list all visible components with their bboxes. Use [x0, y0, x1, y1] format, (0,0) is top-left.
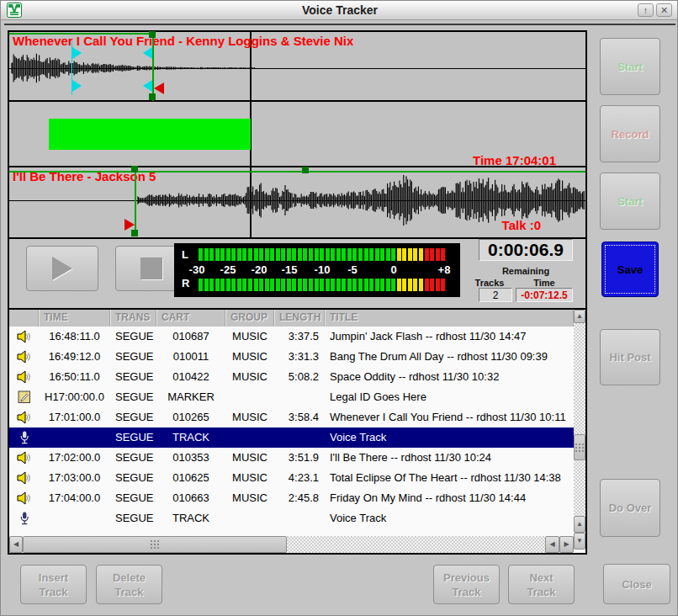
- row-length: 2:45.8: [274, 488, 325, 508]
- row-time: 17:01:00.0: [39, 407, 110, 427]
- delete-track-button[interactable]: Delete Track: [96, 565, 162, 604]
- start-track1-button[interactable]: Start: [600, 38, 660, 95]
- meter-segment: [303, 279, 307, 291]
- meter-segment: [380, 248, 384, 261]
- horizontal-scrollbar[interactable]: ◀ ◀ ▶: [9, 536, 574, 553]
- marker-handle[interactable]: [131, 166, 138, 173]
- row-trans: SEGUE: [110, 347, 156, 367]
- start-track2-button[interactable]: Start: [600, 173, 660, 230]
- table-row[interactable]: 17:04:00.0 SEGUE 010663 MUSIC 2:45.8 Fri…: [9, 488, 574, 508]
- scroll-left-button[interactable]: ◀: [9, 536, 23, 553]
- horizontal-scroll-thumb[interactable]: [23, 536, 287, 553]
- column-header[interactable]: GROUP: [225, 310, 274, 327]
- save-button[interactable]: Save: [601, 242, 659, 297]
- voice-track-region[interactable]: [49, 119, 251, 150]
- row-group: MUSIC: [225, 488, 274, 508]
- marker-handle[interactable]: [149, 93, 156, 100]
- speaker-icon: [17, 350, 31, 364]
- fade-handle[interactable]: [143, 47, 152, 59]
- table-row[interactable]: 17:02:00.0 SEGUE 010353 MUSIC 3:51.9 I'l…: [9, 448, 574, 468]
- vertical-scroll-thumb[interactable]: [574, 434, 585, 460]
- close-window-button[interactable]: ✕: [656, 3, 672, 17]
- row-time: 17:04:00.0: [39, 488, 110, 508]
- insert-track-button[interactable]: Insert Track: [20, 565, 87, 604]
- meter-segment: [364, 279, 368, 291]
- row-cart: MARKER: [156, 387, 225, 407]
- row-type-icon: [9, 468, 39, 488]
- row-group: [225, 387, 274, 407]
- scroll-up-button[interactable]: ▲: [574, 310, 585, 323]
- row-title: Whenever I Call You Friend -- rdhost 11/…: [325, 407, 574, 427]
- scroll-right-button[interactable]: ▶: [559, 536, 574, 553]
- meter-segment: [386, 279, 390, 291]
- table-row[interactable]: 16:49:12.0 SEGUE 010011 MUSIC 3:31.3 Ban…: [9, 347, 574, 367]
- row-cart: 010422: [156, 367, 225, 387]
- row-cart: 010011: [156, 347, 225, 367]
- segue-marker[interactable]: [124, 219, 135, 231]
- close-button[interactable]: Close: [603, 564, 670, 604]
- table-row[interactable]: 17:01:00.0 SEGUE 010265 MUSIC 3:58.4 Whe…: [9, 407, 574, 427]
- table-row[interactable]: SEGUE TRACK Voice Track: [9, 508, 574, 528]
- fade-handle[interactable]: [143, 80, 152, 92]
- voice-tracker-window: Voice Tracker ↑ ✕ Whenever I Call You Fr…: [0, 0, 678, 616]
- meter-scale-label: -30: [189, 263, 205, 276]
- meter-segment: [315, 248, 319, 261]
- column-header[interactable]: CART: [156, 310, 225, 327]
- track1-start-line: [9, 33, 152, 35]
- marker-handle[interactable]: [149, 31, 156, 38]
- column-header[interactable]: TIME: [39, 310, 110, 327]
- column-header[interactable]: [9, 310, 39, 327]
- row-cart: 010687: [156, 327, 225, 347]
- meter-segment: [226, 279, 230, 291]
- table-row[interactable]: 16:48:11.0 SEGUE 010687 MUSIC 3:37.5 Jum…: [9, 327, 574, 347]
- meter-scale-label: -25: [220, 263, 236, 276]
- do-over-button[interactable]: Do Over: [600, 479, 660, 537]
- meter-segment: [425, 248, 429, 261]
- talk-readout: Talk :0: [396, 218, 541, 232]
- fade-handle[interactable]: [72, 47, 82, 59]
- meter-segment: [298, 279, 302, 291]
- marker-handle[interactable]: [302, 167, 309, 173]
- scroll-up-button-2[interactable]: ▲: [574, 516, 585, 533]
- meter-segment: [347, 248, 352, 261]
- record-button[interactable]: Record: [600, 105, 660, 162]
- row-length: [274, 387, 325, 407]
- meter-segment: [226, 248, 230, 261]
- column-header[interactable]: TITLE: [325, 310, 574, 327]
- previous-track-button[interactable]: Previous Track: [433, 565, 500, 604]
- meter-segment: [358, 279, 363, 291]
- row-trans: SEGUE: [110, 367, 156, 387]
- hit-post-button[interactable]: Hit Post: [600, 329, 660, 385]
- next-track-button[interactable]: Next Track: [508, 565, 575, 604]
- stop-icon: [140, 258, 162, 279]
- table-row[interactable]: H17:00:00.0 SEGUE MARKER Legal ID Goes H…: [9, 387, 574, 407]
- row-type-icon: [9, 387, 39, 407]
- fade-handle[interactable]: [72, 80, 82, 92]
- table-row[interactable]: 17:03:00.0 SEGUE 010625 MUSIC 4:23.1 Tot…: [9, 468, 574, 488]
- track2-start-marker-line[interactable]: [135, 167, 136, 236]
- scroll-down-button[interactable]: ▼: [574, 533, 585, 550]
- left-meter-segments: [196, 248, 453, 261]
- column-header[interactable]: TRANS: [110, 310, 156, 327]
- play-button[interactable]: [26, 246, 98, 291]
- meter-segment: [408, 279, 412, 291]
- vertical-scrollbar[interactable]: ▲ ▲ ▼: [574, 310, 585, 553]
- meter-scale-label: -5: [347, 263, 358, 276]
- row-trans: SEGUE: [110, 488, 156, 508]
- shade-window-button[interactable]: ↑: [638, 3, 654, 17]
- marker-handle[interactable]: [131, 230, 138, 236]
- waveform-editor[interactable]: Whenever I Call You Friend - Kenny Loggi…: [8, 30, 587, 239]
- scroll-left-button-2[interactable]: ◀: [545, 536, 559, 553]
- speaker-icon: [17, 451, 31, 465]
- track1-title: Whenever I Call You Friend - Kenny Loggi…: [13, 34, 353, 48]
- speaker-icon: [17, 330, 31, 343]
- row-trans: SEGUE: [110, 407, 156, 427]
- column-header[interactable]: LENGTH: [274, 310, 325, 327]
- row-group: [225, 427, 274, 448]
- meter-segment: [352, 279, 357, 291]
- segue-marker[interactable]: [154, 82, 164, 94]
- meter-segment: [199, 279, 203, 291]
- table-row[interactable]: SEGUE TRACK Voice Track: [9, 427, 574, 448]
- table-row[interactable]: 16:50:11.0 SEGUE 010422 MUSIC 5:08.2 Spa…: [9, 367, 574, 387]
- meter-segment: [441, 248, 445, 261]
